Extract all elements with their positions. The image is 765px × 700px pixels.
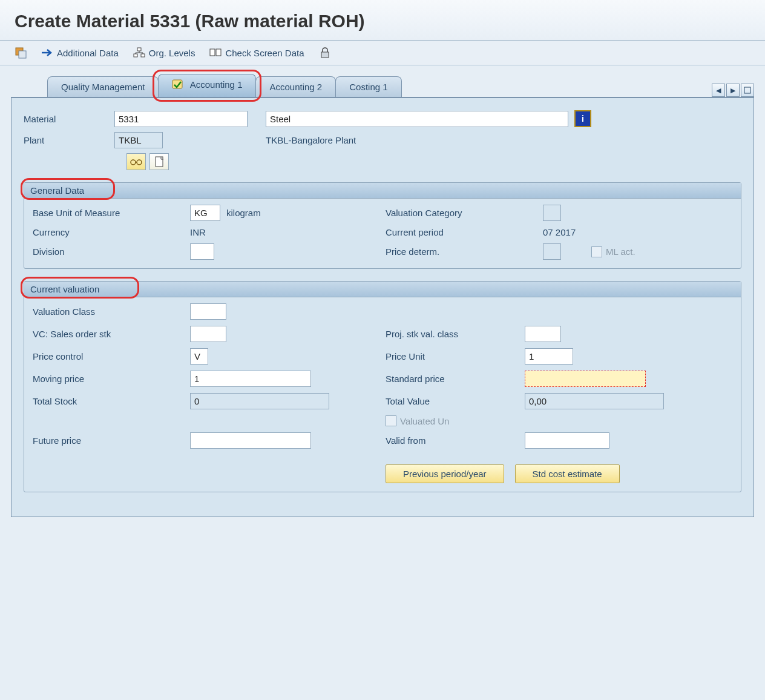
- currency-label: Currency: [33, 227, 184, 237]
- tab-accounting1-label: Accounting 1: [190, 79, 243, 90]
- material-label: Material: [24, 114, 108, 124]
- tab-accounting2-label: Accounting 2: [269, 82, 322, 92]
- price-unit-input[interactable]: [525, 348, 573, 365]
- svg-rect-3: [134, 54, 137, 57]
- hierarchy-icon: [133, 47, 145, 59]
- standard-price-input[interactable]: [525, 371, 646, 387]
- current-valuation-title: Current valuation: [24, 282, 741, 297]
- ml-act-checkbox: [591, 246, 602, 257]
- svg-rect-4: [141, 54, 145, 57]
- material-input[interactable]: [114, 111, 248, 127]
- content-panel: Material i Plant TKBL-Bangalore Plant Ge…: [11, 97, 754, 517]
- lock-button[interactable]: [319, 47, 331, 59]
- additional-data-button[interactable]: Additional Data: [41, 47, 119, 59]
- tab-accounting-2[interactable]: Accounting 2: [255, 76, 336, 97]
- plant-label: Plant: [24, 135, 108, 145]
- base-uom-text: kilogram: [226, 208, 261, 218]
- info-button[interactable]: i: [574, 110, 591, 127]
- price-determ-label: Price determ.: [386, 246, 537, 257]
- valid-from-label: Valid from: [386, 435, 519, 446]
- std-cost-estimate-button[interactable]: Std cost estimate: [515, 464, 620, 483]
- tab-costing1-label: Costing 1: [349, 82, 387, 92]
- svg-text:i: i: [582, 114, 584, 124]
- general-data-title: General Data: [24, 183, 741, 199]
- tab-list-all[interactable]: [741, 84, 754, 97]
- svg-point-12: [131, 160, 136, 165]
- division-label: Division: [33, 246, 184, 257]
- ml-act-label: ML act.: [606, 246, 635, 257]
- plant-description: TKBL-Bangalore Plant: [266, 135, 356, 145]
- valuation-class-label: Valuation Class: [33, 306, 184, 317]
- proj-stk-label: Proj. stk val. class: [386, 329, 519, 339]
- org-levels-label: Org. Levels: [149, 48, 195, 58]
- page-title: Create Material 5331 (Raw material ROH): [0, 0, 765, 41]
- base-uom-label: Base Unit of Measure: [33, 208, 184, 218]
- previous-period-year-button[interactable]: Previous period/year: [386, 464, 504, 483]
- current-period-label: Current period: [386, 227, 537, 237]
- price-unit-label: Price Unit: [386, 351, 519, 362]
- total-stock-label: Total Stock: [33, 396, 184, 406]
- arrow-right-icon: [41, 47, 53, 59]
- tab-scroll-left[interactable]: ◀: [712, 84, 725, 97]
- create-document-button[interactable]: [149, 153, 169, 170]
- additional-data-label: Additional Data: [57, 48, 119, 58]
- standard-price-label: Standard price: [386, 374, 519, 384]
- current-valuation-groupbox: Current valuation Valuation Class VC: Sa…: [24, 281, 741, 492]
- proj-stk-input[interactable]: [525, 326, 561, 342]
- moving-price-label: Moving price: [33, 374, 184, 384]
- tab-scroll-right[interactable]: ▶: [726, 84, 740, 97]
- check-screen-data-label: Check Screen Data: [225, 48, 304, 58]
- tab-accounting-1[interactable]: Accounting 1: [158, 74, 256, 97]
- price-control-input[interactable]: [190, 348, 208, 365]
- svg-rect-9: [744, 87, 750, 93]
- tabs-nav: ◀ ▶: [712, 84, 754, 97]
- material-description-input[interactable]: [266, 111, 568, 127]
- price-determ-input: [543, 243, 561, 260]
- plant-input: [114, 132, 163, 148]
- valuation-category-label: Valuation Category: [386, 208, 537, 218]
- current-period-value: 07 2017: [543, 227, 576, 237]
- check-screen-data-button[interactable]: Check Screen Data: [209, 47, 304, 59]
- future-price-label: Future price: [33, 435, 184, 446]
- valuation-category-input: [543, 205, 561, 221]
- lock-icon: [319, 47, 331, 59]
- currency-value: INR: [190, 227, 206, 237]
- valuated-un-label: Valuated Un: [400, 416, 449, 426]
- vc-sales-label: VC: Sales order stk: [33, 329, 184, 339]
- svg-rect-2: [137, 48, 141, 51]
- vc-sales-input[interactable]: [190, 326, 226, 342]
- glasses-display-button[interactable]: [126, 153, 146, 170]
- valuated-un-checkbox: [386, 415, 396, 426]
- valid-from-input[interactable]: [525, 432, 609, 449]
- price-control-label: Price control: [33, 351, 184, 362]
- svg-rect-7: [321, 52, 329, 58]
- tab-quality-label: Quality Management: [61, 82, 145, 92]
- svg-rect-5: [210, 49, 215, 56]
- general-data-groupbox: General Data Base Unit of Measure kilogr…: [24, 182, 741, 269]
- svg-rect-1: [19, 51, 26, 58]
- toolbar-arrow-left-icon[interactable]: [15, 47, 27, 59]
- moving-price-input[interactable]: [190, 371, 311, 387]
- total-value-label: Total Value: [386, 396, 519, 406]
- total-value-input: [525, 393, 664, 409]
- svg-point-13: [137, 160, 142, 165]
- tab-strip: Quality Management Accounting 1 Accounti…: [0, 74, 765, 97]
- svg-rect-14: [156, 157, 163, 167]
- org-levels-button[interactable]: Org. Levels: [133, 47, 195, 59]
- division-input[interactable]: [190, 243, 214, 260]
- base-uom-input[interactable]: [190, 205, 220, 221]
- total-stock-input: [190, 393, 329, 409]
- svg-rect-6: [216, 49, 221, 56]
- check-screen-icon: [209, 47, 222, 59]
- tab-costing-1[interactable]: Costing 1: [335, 76, 401, 97]
- valuation-class-input[interactable]: [190, 303, 226, 320]
- accounting-icon: [172, 79, 184, 92]
- future-price-input[interactable]: [190, 432, 311, 449]
- tab-quality-management[interactable]: Quality Management: [47, 76, 159, 97]
- toolbar: Additional Data Org. Levels Check Screen…: [0, 41, 765, 65]
